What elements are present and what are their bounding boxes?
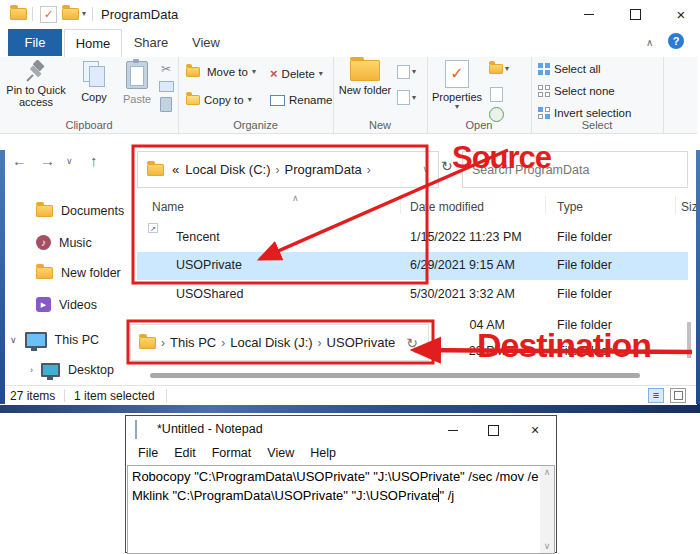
refresh-icon[interactable]: ↻	[406, 336, 418, 350]
menu-format[interactable]: Format	[204, 443, 260, 463]
sidebar-item-videos[interactable]: ▶ Videos	[36, 297, 97, 312]
menu-file[interactable]: File	[130, 443, 166, 463]
rename-button[interactable]: Rename	[270, 94, 332, 106]
breadcrumb-local-disk-j[interactable]: Local Disk (J:)	[230, 335, 312, 350]
search-box[interactable]	[462, 151, 688, 188]
qat-new-folder-button[interactable]: ▾	[62, 8, 86, 20]
column-header-type[interactable]: Type	[557, 200, 583, 214]
sidebar-item-label: Videos	[59, 298, 97, 312]
new-folder-button[interactable]: New folder	[337, 60, 393, 96]
chevron-down-icon: ▾	[412, 94, 416, 102]
maximize-button[interactable]	[618, 1, 652, 27]
copy-to-button[interactable]: Copy to ▾	[186, 94, 252, 106]
paste-shortcut-button[interactable]	[160, 97, 172, 112]
properties-button[interactable]: ✓ Properties ▾	[431, 60, 483, 111]
notepad-menubar: File Edit Format View Help	[130, 443, 344, 463]
collapse-ribbon-button[interactable]: ∧	[646, 37, 653, 48]
select-none-button[interactable]: Select none	[538, 85, 615, 97]
navigation-pane: Documents ♪ Music New folder ▶ Videos ∨ …	[0, 192, 137, 385]
notepad-scrollbar[interactable]: ∧ ∨	[540, 466, 554, 553]
select-none-icon	[538, 85, 550, 97]
close-icon: ×	[677, 7, 686, 22]
scroll-down-icon[interactable]: ∨	[544, 542, 551, 551]
destination-address-bar[interactable]: › This PC › Local Disk (J:) › USOPrivate…	[130, 324, 429, 361]
close-button[interactable]: ×	[518, 417, 552, 443]
paste-icon	[126, 61, 148, 89]
notepad-titlebar: *Untitled - Notepad ×	[126, 416, 556, 443]
folder-icon	[62, 8, 79, 20]
horizontal-scrollbar[interactable]	[150, 373, 640, 378]
paste-button[interactable]: Paste	[117, 61, 157, 105]
breadcrumb-local-disk-c[interactable]: Local Disk (C:)	[185, 162, 270, 177]
divider	[64, 389, 65, 402]
file-name: USOShared	[176, 287, 243, 301]
delete-button[interactable]: × Delete ▾	[270, 66, 323, 81]
refresh-icon: ↻	[441, 159, 453, 173]
address-bar[interactable]: « Local Disk (C:) › ProgramData › ∨	[137, 151, 439, 188]
minimize-button[interactable]	[572, 1, 606, 27]
edit-button[interactable]	[490, 87, 503, 102]
address-collapse-prefix[interactable]: «	[172, 162, 179, 177]
sidebar-item-desktop[interactable]: › Desktop	[30, 363, 114, 377]
collapsed-chevron-icon[interactable]: ›	[30, 366, 33, 375]
up-button[interactable]: ↑	[90, 152, 98, 169]
pin-icon	[25, 60, 47, 84]
forward-button[interactable]: →	[40, 152, 55, 169]
breadcrumb-usoprivate[interactable]: USOPrivate	[327, 335, 396, 350]
easy-access-button[interactable]: ▾	[397, 65, 416, 79]
tab-share[interactable]: Share	[124, 29, 178, 56]
qat-properties-icon[interactable]: ✓	[40, 6, 57, 23]
ribbon-group-select: Select all Select none Invert selection …	[531, 57, 664, 133]
help-button[interactable]: ?	[668, 33, 684, 49]
move-to-button[interactable]: ← Move to ▾	[186, 66, 256, 78]
tab-home[interactable]: Home	[64, 29, 122, 57]
new-item-button[interactable]: ▾	[397, 90, 416, 105]
pin-to-quick-access-button[interactable]: Pin to Quick access	[4, 60, 68, 108]
sidebar-item-music[interactable]: ♪ Music	[36, 235, 92, 250]
chevron-down-icon: ▾	[252, 68, 256, 76]
invert-selection-label: Invert selection	[554, 107, 631, 119]
column-header-date-modified[interactable]: Date modified	[410, 200, 484, 214]
cut-button[interactable]: ✂	[158, 62, 174, 76]
maximize-button[interactable]	[476, 417, 510, 443]
tab-view[interactable]: View	[180, 29, 232, 56]
details-view-button[interactable]: ≡	[648, 388, 664, 403]
menu-help[interactable]: Help	[302, 443, 344, 463]
menu-edit[interactable]: Edit	[166, 443, 204, 463]
notepad-text-area[interactable]: Robocopy "C:\ProgramData\USOPrivate" "J:…	[127, 465, 555, 554]
scroll-up-icon[interactable]: ∧	[544, 468, 551, 477]
line2-after-caret: " /j	[439, 488, 454, 503]
refresh-button[interactable]: ↻	[441, 158, 453, 174]
new-group-label: New	[333, 119, 427, 131]
tab-file[interactable]: File	[8, 29, 62, 56]
back-button[interactable]: ←	[12, 152, 27, 169]
column-header-name[interactable]: Name	[152, 200, 184, 214]
maximize-icon	[630, 9, 641, 20]
vertical-scrollbar[interactable]	[687, 322, 691, 358]
check-icon: ✓	[44, 9, 53, 20]
breadcrumb-this-pc[interactable]: This PC	[170, 335, 216, 350]
expanded-chevron-icon[interactable]: ∨	[10, 336, 17, 345]
breadcrumb-programdata[interactable]: ProgramData	[284, 162, 361, 177]
chevron-down-icon: ∨	[66, 157, 73, 166]
table-row-tencent[interactable]: ↗ Tencent 1/15/2022 11:23 PM File folder	[137, 224, 688, 252]
address-dropdown-chevron-icon[interactable]: ∨	[422, 165, 429, 174]
sidebar-item-documents[interactable]: Documents	[36, 204, 124, 218]
search-input[interactable]	[463, 152, 687, 187]
recent-locations-button[interactable]: ∨	[66, 156, 73, 166]
menu-view[interactable]: View	[259, 443, 302, 463]
sidebar-item-this-pc[interactable]: ∨ This PC	[10, 332, 99, 348]
table-row-usoshared[interactable]: USOShared 5/30/2021 3:32 AM File folder	[137, 281, 688, 309]
large-icons-view-button[interactable]	[670, 388, 686, 403]
copy-button[interactable]: Copy	[72, 61, 116, 103]
open-button[interactable]: ▾	[489, 64, 509, 74]
close-button[interactable]: ×	[664, 1, 698, 27]
select-all-button[interactable]: Select all	[538, 63, 601, 75]
copy-path-button[interactable]	[159, 81, 174, 92]
table-row-usoprivate-selected[interactable]: USOPrivate 6/29/2021 9:15 AM File folder	[137, 252, 688, 280]
invert-selection-button[interactable]: Invert selection	[538, 107, 631, 119]
folder-icon	[36, 205, 53, 217]
sidebar-item-new-folder[interactable]: New folder	[36, 266, 121, 280]
column-header-size[interactable]: Size	[681, 200, 696, 214]
minimize-button[interactable]	[436, 417, 470, 443]
